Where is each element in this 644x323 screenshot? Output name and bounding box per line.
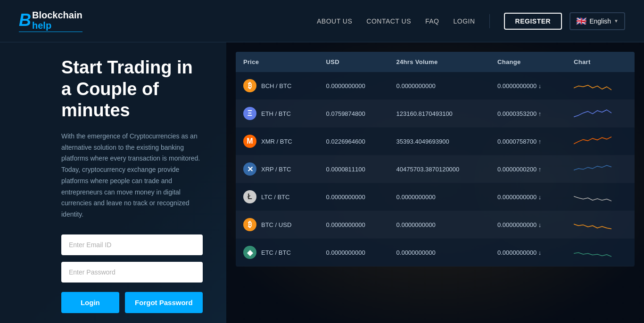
table-header-row: Price USD 24hrs Volume Change Chart bbox=[236, 52, 635, 72]
flag-icon: 🇬🇧 bbox=[576, 16, 586, 26]
pair-label: XMR / BTC bbox=[261, 138, 292, 145]
email-input[interactable] bbox=[61, 234, 203, 255]
col-chart: Chart bbox=[566, 52, 635, 72]
logo[interactable]: B Blockchain help bbox=[19, 10, 83, 32]
logo-b-icon: B bbox=[19, 12, 31, 29]
price-cell: 0.0000811100 bbox=[319, 155, 389, 183]
language-selector[interactable]: 🇬🇧 English ▼ bbox=[570, 12, 625, 30]
crypto-table-wrap: Price USD 24hrs Volume Change Chart ₿ BC… bbox=[236, 52, 635, 266]
pair-cell: ₿ BTC / USD bbox=[236, 211, 319, 239]
nav-divider bbox=[489, 14, 490, 28]
logo-line1: Blockchain bbox=[32, 10, 83, 20]
hero-title: Start Trading in a Couple of minutes bbox=[61, 57, 203, 121]
volume-cell: 0.0000000000 bbox=[389, 211, 490, 239]
coin-icon-btc: ₿ bbox=[243, 218, 256, 231]
table-row: Ł LTC / BTC 0.0000000000 0.0000000000 0.… bbox=[236, 183, 635, 211]
nav-login[interactable]: LOGIN bbox=[454, 17, 475, 25]
price-cell: 0.0226964600 bbox=[319, 128, 389, 155]
change-cell: 0.0000353200 ↑ bbox=[490, 100, 566, 128]
chart-cell bbox=[566, 128, 635, 155]
chart-cell bbox=[566, 72, 635, 100]
navbar: B Blockchain help ABOUT US CONTACT US FA… bbox=[0, 0, 644, 42]
table-row: ✕ XRP / BTC 0.0000811100 40475703.387012… bbox=[236, 155, 635, 183]
volume-cell: 0.0000000000 bbox=[389, 183, 490, 211]
coin-icon-eth: Ξ bbox=[243, 107, 256, 120]
chart-cell bbox=[566, 211, 635, 239]
register-button[interactable]: REGISTER bbox=[504, 13, 562, 30]
coin-icon-xmr: M bbox=[243, 135, 256, 148]
volume-cell: 35393.4049693900 bbox=[389, 128, 490, 155]
pair-label: ETH / BTC bbox=[261, 110, 291, 117]
nav-contact-us[interactable]: CONTACT US bbox=[366, 17, 411, 25]
volume-cell: 123160.8170493100 bbox=[389, 100, 490, 128]
chart-cell bbox=[566, 100, 635, 128]
col-usd: USD bbox=[319, 52, 389, 72]
pair-cell: ✕ XRP / BTC bbox=[236, 155, 319, 183]
nav-faq[interactable]: FAQ bbox=[425, 17, 439, 25]
pair-label: BCH / BTC bbox=[261, 82, 291, 89]
chart-cell bbox=[566, 239, 635, 266]
coin-icon-xrp: ✕ bbox=[243, 162, 256, 176]
main-content: Start Trading in a Couple of minutes Wit… bbox=[0, 42, 644, 323]
chart-cell bbox=[566, 183, 635, 211]
logo-line2: help bbox=[32, 20, 83, 31]
chart-cell bbox=[566, 155, 635, 183]
change-cell: 0.0000000000 ↓ bbox=[490, 72, 566, 100]
price-cell: 0.0759874800 bbox=[319, 100, 389, 128]
login-button[interactable]: Login bbox=[61, 292, 119, 313]
pair-label: ETC / BTC bbox=[261, 249, 291, 256]
pair-label: XRP / BTC bbox=[261, 166, 291, 173]
price-cell: 0.0000000000 bbox=[319, 211, 389, 239]
table-row: M XMR / BTC 0.0226964600 35393.404969390… bbox=[236, 128, 635, 155]
pair-label: LTC / BTC bbox=[261, 194, 289, 201]
nav-about-us[interactable]: ABOUT US bbox=[317, 17, 352, 25]
change-cell: 0.0000000000 ↓ bbox=[490, 183, 566, 211]
change-cell: 0.0000000000 ↓ bbox=[490, 211, 566, 239]
col-price: Price bbox=[236, 52, 319, 72]
chevron-down-icon: ▼ bbox=[614, 18, 619, 24]
pair-label: BTC / USD bbox=[261, 221, 291, 228]
volume-cell: 40475703.3870120000 bbox=[389, 155, 490, 183]
password-input[interactable] bbox=[61, 262, 203, 283]
col-volume: 24hrs Volume bbox=[389, 52, 490, 72]
nav-right-group: REGISTER 🇬🇧 English ▼ bbox=[504, 12, 625, 30]
table-row: Ξ ETH / BTC 0.0759874800 123160.81704931… bbox=[236, 100, 635, 128]
change-cell: 0.0000758700 ↑ bbox=[490, 128, 566, 155]
table-row: ◆ ETC / BTC 0.0000000000 0.0000000000 0.… bbox=[236, 239, 635, 266]
hero-description: With the emergence of Cryptocurrencies a… bbox=[61, 131, 203, 220]
left-panel: Start Trading in a Couple of minutes Wit… bbox=[0, 42, 226, 323]
col-change: Change bbox=[490, 52, 566, 72]
pair-cell: Ł LTC / BTC bbox=[236, 183, 319, 211]
pair-cell: M XMR / BTC bbox=[236, 128, 319, 155]
crypto-table: Price USD 24hrs Volume Change Chart ₿ BC… bbox=[236, 52, 635, 266]
form-buttons: Login Forgot Password bbox=[61, 292, 203, 313]
nav-links: ABOUT US CONTACT US FAQ LOGIN REGISTER 🇬… bbox=[317, 12, 625, 30]
pair-cell: Ξ ETH / BTC bbox=[236, 100, 319, 128]
pair-cell: ₿ BCH / BTC bbox=[236, 72, 319, 100]
table-row: ₿ BTC / USD 0.0000000000 0.0000000000 0.… bbox=[236, 211, 635, 239]
change-cell: 0.0000000000 ↓ bbox=[490, 239, 566, 266]
pair-cell: ◆ ETC / BTC bbox=[236, 239, 319, 266]
coin-icon-bch: ₿ bbox=[243, 79, 256, 92]
forgot-password-button[interactable]: Forgot Password bbox=[125, 292, 203, 313]
volume-cell: 0.0000000000 bbox=[389, 239, 490, 266]
volume-cell: 0.0000000000 bbox=[389, 72, 490, 100]
change-cell: 0.0000000200 ↑ bbox=[490, 155, 566, 183]
price-cell: 0.0000000000 bbox=[319, 183, 389, 211]
table-row: ₿ BCH / BTC 0.0000000000 0.0000000000 0.… bbox=[236, 72, 635, 100]
coin-icon-ltc: Ł bbox=[243, 190, 256, 203]
price-cell: 0.0000000000 bbox=[319, 239, 389, 266]
price-cell: 0.0000000000 bbox=[319, 72, 389, 100]
right-panel: Price USD 24hrs Volume Change Chart ₿ BC… bbox=[226, 42, 644, 323]
coin-icon-etc: ◆ bbox=[243, 246, 256, 259]
lang-label: English bbox=[589, 17, 611, 25]
